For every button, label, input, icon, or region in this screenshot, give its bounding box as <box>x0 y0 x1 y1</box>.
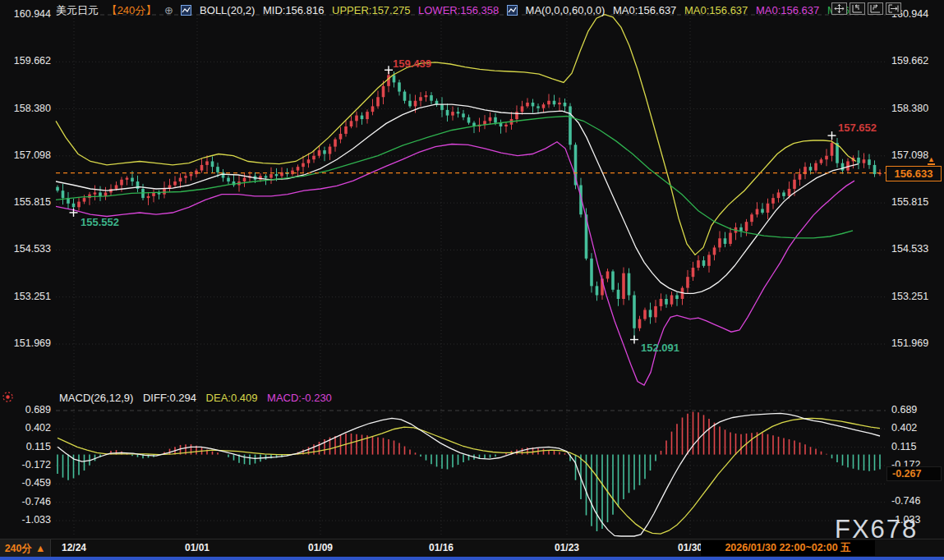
chart-toolbar <box>831 2 901 15</box>
price-axis-label-left: 151.969 <box>0 337 51 349</box>
macd-value: MACD:-0.230 <box>267 392 332 404</box>
extreme-price-annotation: 155.552 <box>81 216 119 228</box>
date-axis-label: 12/24 <box>62 542 86 553</box>
ma-indicator-icon[interactable] <box>507 5 518 18</box>
price-alert-icon: ▲ <box>928 156 935 165</box>
extreme-price-annotation: 157.652 <box>838 122 877 134</box>
jump-latest-icon[interactable] <box>886 2 901 15</box>
ma-label: MA(0,0,0,60,0,0) <box>526 4 606 16</box>
boll-indicator-icon[interactable] <box>181 5 191 18</box>
price-axis-label-right: 153.251 <box>891 291 928 302</box>
date-axis-label: 01/01 <box>185 542 210 553</box>
price-axis-label-right: 158.380 <box>891 103 928 114</box>
macd-axis-label-left: -0.172 <box>0 459 51 470</box>
macd-axis-label-left: 0.402 <box>0 422 51 434</box>
price-axis-label-right: 159.662 <box>891 55 928 67</box>
macd-axis-label-right: 0.689 <box>891 404 917 415</box>
symbol-title: 美元日元 <box>56 4 99 16</box>
boll-mid-value: MID:156.816 <box>263 4 324 16</box>
price-axis-label-left: 154.533 <box>0 243 51 255</box>
macd-marker-sun-icon <box>2 391 14 406</box>
macd-axis-label-right: 0.115 <box>891 441 916 452</box>
macd-axis-label-left: -0.746 <box>0 496 51 507</box>
move-chart-icon[interactable] <box>831 2 847 15</box>
boll-upper-value: UPPER:157.275 <box>332 4 410 16</box>
price-axis-label-left: 157.098 <box>0 149 51 161</box>
period-selector[interactable]: 240分 ▲ <box>0 539 51 558</box>
price-axis-label-right: 155.815 <box>891 196 928 208</box>
boll-label: BOLL(20,2) <box>200 4 255 16</box>
macd-current-badge: -0.267 <box>886 466 942 481</box>
period-selector-label: 240分 <box>5 542 32 556</box>
add-indicator-icon[interactable]: ⊕ <box>164 4 173 16</box>
price-axis-label-left: 158.380 <box>0 103 51 114</box>
price-axis-label-left: 155.815 <box>0 196 51 208</box>
macd-diff-value: DIFF:0.294 <box>143 392 196 404</box>
period-label: 【240分】 <box>107 4 157 16</box>
date-axis-label: 01/23 <box>555 542 579 553</box>
extreme-price-annotation: 152.091 <box>641 342 679 354</box>
ma0-value-3: MA0:156.637 <box>756 4 819 16</box>
bottom-accent-strip <box>0 557 944 560</box>
macd-axis-label-left: 0.115 <box>0 441 51 452</box>
trading-chart-app: 美元日元 【240分】 ⊕ BOLL(20,2) MID:156.816 UPP… <box>0 0 944 560</box>
price-axis-label-left: 160.944 <box>0 8 51 20</box>
date-axis-label: 01/30 <box>678 542 702 553</box>
date-axis-label: 01/09 <box>308 542 333 553</box>
macd-axis-label-right: -0.746 <box>891 495 920 507</box>
price-axis-label-right: 151.969 <box>891 337 928 349</box>
pan-right-icon[interactable] <box>868 2 883 15</box>
macd-axis-label-left: -0.459 <box>0 477 51 489</box>
macd-label: MACD(26,12,9) <box>59 392 133 404</box>
ma0-value-1: MA0:156.637 <box>613 4 676 16</box>
period-dropdown-arrow-icon: ▲ <box>35 543 45 554</box>
extreme-price-annotation: 159.439 <box>393 57 431 70</box>
last-price-badge: 156.633 <box>886 166 942 181</box>
date-axis-label: 01/16 <box>429 542 454 553</box>
price-chart-svg <box>0 0 944 560</box>
price-axis-label-left: 159.662 <box>0 55 51 67</box>
boll-lower-value: LOWER:156.358 <box>418 4 499 16</box>
fx678-watermark: FX678 <box>835 515 918 544</box>
macd-axis-label-left: -1.033 <box>0 514 51 526</box>
macd-dea-value: DEA:0.409 <box>206 392 258 404</box>
price-axis-label-right: 154.533 <box>891 243 928 255</box>
pan-left-icon[interactable] <box>850 2 865 15</box>
ma0-value-2: MA0:156.637 <box>684 4 748 16</box>
price-axis-label-right: 157.098 <box>891 149 928 161</box>
macd-header: MACD(26,12,9) DIFF:0.294 DEA:0.409 MACD:… <box>59 392 338 404</box>
chart-header: 美元日元 【240分】 ⊕ BOLL(20,2) MID:156.816 UPP… <box>56 3 863 18</box>
price-axis-label-left: 153.251 <box>0 291 51 302</box>
macd-axis-label-right: 0.402 <box>891 422 917 434</box>
